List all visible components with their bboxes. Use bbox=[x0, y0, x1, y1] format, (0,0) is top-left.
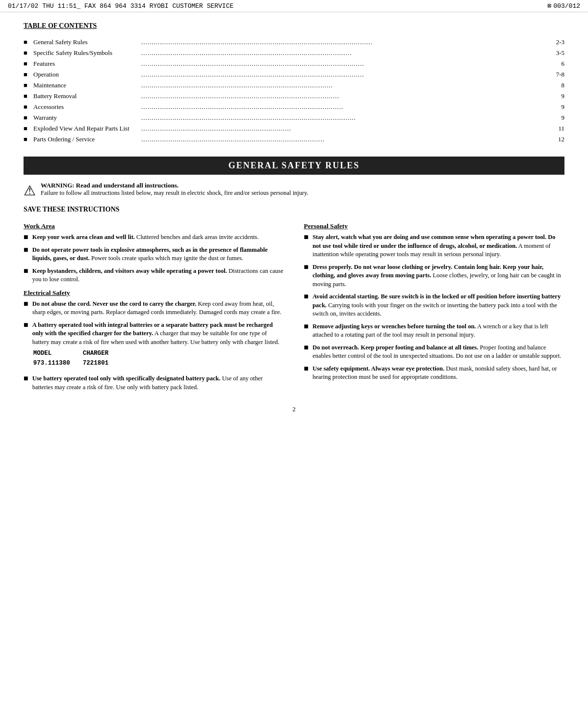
toc-label: Maintenance bbox=[33, 80, 141, 91]
bullet-icon: ■ bbox=[304, 263, 309, 271]
toc-bullet: ■ bbox=[24, 91, 33, 102]
bullet-icon: ■ bbox=[24, 374, 28, 383]
toc-row: ■ Specific Safety Rules/Symbols ........… bbox=[24, 48, 564, 58]
list-item: ■ Use battery operated tool only with sp… bbox=[24, 374, 284, 392]
toc-dots: ........................................… bbox=[141, 102, 545, 112]
list-item: ■ Keep your work area clean and well lit… bbox=[24, 233, 284, 242]
bullet-icon: ■ bbox=[24, 233, 28, 241]
bullet-icon: ■ bbox=[304, 343, 309, 352]
toc-page: 11 bbox=[545, 123, 564, 134]
bullet-content: Keep your work area clean and well lit. … bbox=[32, 233, 259, 242]
toc-row: ■ Exploded View And Repair Parts List ..… bbox=[24, 123, 564, 134]
bullet-icon: ■ bbox=[24, 266, 28, 275]
bullet-icon: ■ bbox=[304, 292, 309, 301]
toc-row: ■ Features .............................… bbox=[24, 58, 564, 69]
toc-bullet: ■ bbox=[24, 134, 33, 145]
bullet-content: Do not overreach. Keep proper footing an… bbox=[312, 344, 564, 361]
electrical-safety-title: Electrical Safety bbox=[24, 289, 284, 297]
toc-row: ■ Warranty .............................… bbox=[24, 112, 564, 123]
toc-dots: ........................................… bbox=[141, 134, 545, 145]
toc-page: 7-8 bbox=[545, 69, 564, 80]
fax-info: 01/17/02 THU 11:51_ FAX 864 964 3314 RYO… bbox=[8, 2, 233, 10]
toc-label: Parts Ordering / Service bbox=[33, 134, 141, 145]
list-item: ■ Remove adjusting keys or wrenches befo… bbox=[304, 322, 565, 340]
toc-page: 9 bbox=[545, 91, 564, 102]
toc-dots: ........................................… bbox=[141, 112, 545, 123]
toc-page: 8 bbox=[545, 80, 564, 91]
toc-row: ■ Battery Removal ......................… bbox=[24, 91, 564, 102]
model-charger-table: MODEL CHARGER 973.111380 7221801 bbox=[32, 348, 122, 369]
bullet-content: Remove adjusting keys or wrenches before… bbox=[312, 322, 564, 340]
warning-text: WARNING: Read and understand all instruc… bbox=[41, 182, 308, 199]
charger-value: 7221801 bbox=[83, 359, 121, 368]
toc-label: Battery Removal bbox=[33, 91, 141, 102]
toc-bullet: ■ bbox=[24, 123, 33, 134]
fax-header: 01/17/02 THU 11:51_ FAX 864 964 3314 RYO… bbox=[0, 0, 588, 12]
bullet-icon: ■ bbox=[24, 320, 28, 329]
toc-page: 12 bbox=[545, 134, 564, 145]
main-content: TABLE OF CONTENTS ■ General Safety Rules… bbox=[0, 12, 588, 433]
toc-title: TABLE OF CONTENTS bbox=[24, 22, 564, 30]
toc-label: Features bbox=[33, 58, 141, 69]
page-number: 2 bbox=[24, 405, 564, 413]
bullet-content: Use safety equipment. Always wear eye pr… bbox=[312, 365, 564, 382]
toc-bullet: ■ bbox=[24, 102, 33, 112]
toc-bullet: ■ bbox=[24, 69, 33, 80]
list-item: ■ Keep bystanders, children, and visitor… bbox=[24, 267, 284, 284]
bullet-icon: ■ bbox=[24, 299, 28, 308]
toc-label: Accessories bbox=[33, 102, 141, 112]
toc-bullet: ■ bbox=[24, 80, 33, 91]
toc-label: Operation bbox=[33, 69, 141, 80]
toc-dots: ........................................… bbox=[141, 91, 545, 102]
list-item: ■ Avoid accidental starting. Be sure swi… bbox=[304, 292, 565, 319]
toc-row: ■ Maintenance ..........................… bbox=[24, 80, 564, 91]
toc-page: 6 bbox=[545, 58, 564, 69]
toc-page: 3-5 bbox=[545, 48, 564, 58]
section-header-general-safety: GENERAL SAFETY RULES bbox=[24, 157, 564, 175]
toc-dots: ........................................… bbox=[141, 80, 545, 91]
model-value: 973.111380 bbox=[33, 359, 82, 368]
toc-label: Warranty bbox=[33, 112, 141, 123]
bullet-content: Use battery operated tool only with spec… bbox=[32, 374, 284, 392]
toc-dots: ........................................… bbox=[141, 58, 545, 69]
toc-bullet: ■ bbox=[24, 48, 33, 58]
list-item: ■ Do not overreach. Keep proper footing … bbox=[304, 344, 565, 361]
right-column: Personal Safety ■ Stay alert, watch what… bbox=[304, 217, 565, 396]
bullet-content: Keep bystanders, children, and visitors … bbox=[32, 267, 284, 284]
fax-page-indicator: ⊠ 003/012 bbox=[548, 2, 580, 10]
left-column: Work Area ■ Keep your work area clean an… bbox=[24, 217, 284, 396]
page-number-indicator: 003/012 bbox=[553, 2, 580, 10]
bullet-icon: ■ bbox=[304, 364, 309, 373]
work-area-list: ■ Keep your work area clean and well lit… bbox=[24, 233, 284, 284]
charger-header: CHARGER bbox=[83, 349, 121, 358]
toc-label: Specific Safety Rules/Symbols bbox=[33, 48, 141, 58]
save-instructions-title: SAVE THESE INSTRUCTIONS bbox=[24, 206, 564, 213]
toc-row: ■ Accessories ..........................… bbox=[24, 102, 564, 112]
electrical-safety-list: ■ Do not abuse the cord. Never use the c… bbox=[24, 300, 284, 392]
page-icon: ⊠ bbox=[548, 2, 552, 10]
toc-dots: ........................................… bbox=[141, 37, 545, 48]
work-area-title: Work Area bbox=[24, 222, 284, 230]
warning-body: Failure to follow all instructions liste… bbox=[41, 189, 308, 197]
toc-row: ■ Operation ............................… bbox=[24, 69, 564, 80]
list-item: ■ A battery operated tool with integral … bbox=[24, 321, 284, 371]
warning-title: WARNING: Read and understand all instruc… bbox=[41, 182, 179, 189]
two-column-layout: Work Area ■ Keep your work area clean an… bbox=[24, 217, 564, 396]
toc-page: 9 bbox=[545, 102, 564, 112]
toc-bullet: ■ bbox=[24, 112, 33, 123]
bullet-content: A battery operated tool with integral ba… bbox=[32, 321, 284, 371]
bullet-content: Stay alert, watch what you are doing and… bbox=[312, 233, 564, 259]
toc-bullet: ■ bbox=[24, 37, 33, 48]
toc-table: ■ General Safety Rules .................… bbox=[24, 37, 564, 145]
toc-row: ■ General Safety Rules .................… bbox=[24, 37, 564, 48]
personal-safety-title: Personal Safety bbox=[304, 222, 565, 230]
toc-dots: ........................................… bbox=[141, 123, 545, 134]
list-item: ■ Use safety equipment. Always wear eye … bbox=[304, 365, 565, 382]
bullet-icon: ■ bbox=[304, 233, 309, 241]
toc-label: Exploded View And Repair Parts List bbox=[33, 123, 141, 134]
toc-label: General Safety Rules bbox=[33, 37, 141, 48]
toc-page: 2-3 bbox=[545, 37, 564, 48]
toc-row: ■ Parts Ordering / Service .............… bbox=[24, 134, 564, 145]
toc-dots: ........................................… bbox=[141, 69, 545, 80]
personal-safety-list: ■ Stay alert, watch what you are doing a… bbox=[304, 233, 565, 382]
